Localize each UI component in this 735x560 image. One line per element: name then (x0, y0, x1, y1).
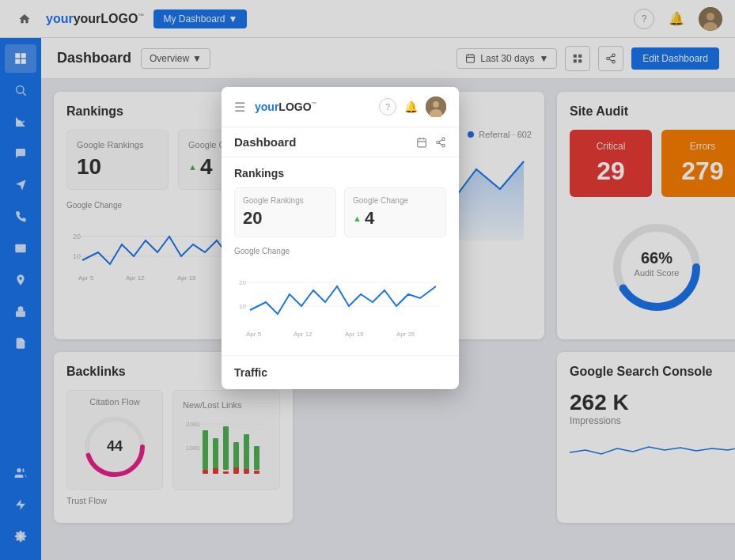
modal-calendar-icon[interactable] (416, 137, 427, 148)
modal-header: ☰ yourLOGO™ ? 🔔 (222, 87, 459, 127)
modal-traffic-title: Traffic (234, 366, 267, 379)
modal-traffic-section: Traffic (222, 355, 459, 389)
svg-point-66 (442, 138, 445, 141)
modal-sub-header-title: Dashboard (234, 135, 296, 149)
modal-google-rankings: Google Rankings 20 (234, 187, 336, 237)
svg-text:Apr 5: Apr 5 (246, 331, 262, 338)
modal-popup: ☰ yourLOGO™ ? 🔔 Dashboard (222, 87, 459, 389)
svg-point-68 (442, 144, 445, 147)
svg-text:20: 20 (239, 279, 246, 286)
modal-chart-label: Google Change (234, 247, 446, 255)
svg-rect-62 (418, 138, 426, 147)
modal-overlay[interactable]: ☰ yourLOGO™ ? 🔔 Dashboard (0, 0, 735, 560)
modal-rankings-title: Rankings (234, 167, 446, 180)
svg-line-70 (439, 139, 442, 141)
modal-share-icon[interactable] (435, 137, 446, 148)
svg-text:Apr 19: Apr 19 (345, 331, 364, 338)
modal-bell-icon[interactable]: 🔔 (404, 100, 418, 113)
svg-point-67 (437, 141, 440, 144)
modal-rankings-chart: 20 10 Apr 5 Apr 12 Apr 19 Apr 26 (234, 259, 446, 346)
modal-mini-cards: Google Rankings 20 Google Change ▲ 4 (234, 187, 446, 237)
svg-text:Apr 26: Apr 26 (396, 331, 415, 338)
modal-sub-header: Dashboard (222, 127, 459, 157)
modal-icons: ? 🔔 (379, 96, 446, 117)
modal-logo: yourLOGO™ (255, 100, 317, 113)
svg-text:10: 10 (239, 303, 246, 310)
modal-avatar[interactable] (426, 96, 446, 117)
modal-help-icon[interactable]: ? (379, 98, 396, 115)
modal-content: Rankings Google Rankings 20 Google Chang… (222, 157, 459, 355)
modal-google-change: Google Change ▲ 4 (344, 187, 446, 237)
modal-arrow-up-icon: ▲ (353, 214, 362, 223)
svg-text:Apr 12: Apr 12 (294, 331, 313, 338)
svg-line-69 (439, 142, 442, 144)
svg-point-60 (433, 101, 439, 108)
modal-menu-icon[interactable]: ☰ (234, 100, 245, 115)
modal-sub-header-icons (416, 137, 446, 148)
